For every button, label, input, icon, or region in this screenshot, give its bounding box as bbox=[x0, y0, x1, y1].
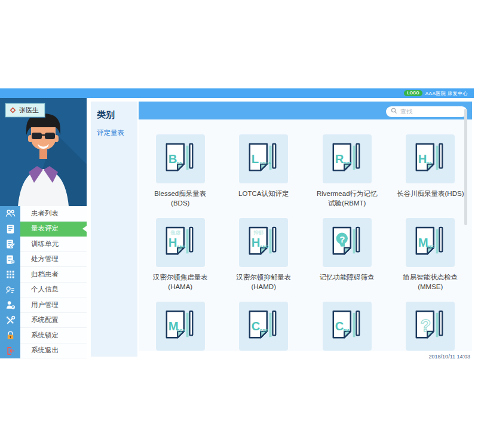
patient-list-icon bbox=[0, 206, 20, 222]
prescription-management-icon bbox=[0, 252, 20, 268]
search-input[interactable] bbox=[386, 106, 467, 117]
vertical-scrollbar[interactable] bbox=[464, 109, 467, 225]
scale-list-area: B DS B B Blessed痴呆量表 (BDS) bbox=[139, 119, 472, 351]
svg-text:C: C bbox=[335, 320, 344, 333]
svg-text:B: B bbox=[168, 152, 177, 165]
assessment-card[interactable]: R BMT R R Rivermead行为记忆 试验(RBMT) bbox=[305, 134, 389, 218]
card-title: 汉密尔顿抑郁量表 bbox=[236, 273, 291, 283]
content-header-band bbox=[139, 102, 472, 119]
svg-text:BMT: BMT bbox=[343, 161, 351, 165]
svg-text:DS: DS bbox=[427, 161, 432, 165]
archived-patients-icon bbox=[0, 267, 20, 283]
personal-info-icon bbox=[0, 283, 20, 298]
card-subtitle: (MMSE) bbox=[403, 283, 458, 292]
svg-text:焦虑: 焦虑 bbox=[170, 230, 180, 235]
sidebar-item-system-config[interactable]: 系统配置 bbox=[0, 313, 87, 329]
scale-document-icon: R BMT R R bbox=[323, 134, 372, 183]
search-box[interactable] bbox=[386, 105, 467, 116]
svg-text:?: ? bbox=[339, 234, 345, 244]
scale-document-icon: ? ? ? bbox=[406, 302, 455, 351]
sidebar-item-archived-patients[interactable]: 归档患者 bbox=[0, 267, 87, 283]
card-subtitle: (HAMD) bbox=[236, 283, 291, 292]
sidebar-item-system-lock[interactable]: 系统锁定 bbox=[0, 328, 87, 343]
svg-text:L: L bbox=[252, 152, 259, 165]
diamond-icon bbox=[10, 107, 16, 113]
active-item-arrow bbox=[82, 226, 87, 232]
svg-text:R: R bbox=[335, 152, 344, 165]
svg-text:H: H bbox=[252, 236, 261, 249]
svg-text:H: H bbox=[418, 152, 427, 165]
scale-document-icon: M MSE M M bbox=[406, 218, 455, 267]
assessment-card[interactable]: C PM C C bbox=[305, 302, 389, 351]
svg-text:AMA: AMA bbox=[176, 244, 185, 248]
assessment-card[interactable]: M OCA M M bbox=[139, 302, 222, 351]
doctor-portrait: 张医生 bbox=[0, 98, 87, 206]
main-content: B DS B B Blessed痴呆量表 (BDS) bbox=[139, 102, 472, 357]
category-title: 类别 bbox=[97, 109, 131, 121]
assessment-card[interactable]: 焦虑 H AMA H H 汉密尔顿焦虑量表 (HAMA) bbox=[139, 218, 222, 302]
svg-text:抑郁: 抑郁 bbox=[253, 230, 263, 235]
top-bar: LOGO AAA医院 康复中心 bbox=[0, 88, 474, 98]
scale-document-icon: C PM C C bbox=[323, 302, 372, 351]
sidebar-item-user-management[interactable]: 用户管理 bbox=[0, 297, 87, 313]
sidebar: 张医生 患者列表 量表 bbox=[0, 98, 87, 359]
svg-text:PM: PM bbox=[343, 328, 349, 332]
user-management-icon bbox=[0, 297, 20, 313]
hospital-name: AAA医院 康复中心 bbox=[425, 90, 468, 97]
card-subtitle: (BDS) bbox=[154, 199, 206, 208]
sidebar-item-system-exit[interactable]: 系统退出 bbox=[0, 343, 87, 359]
assessment-card[interactable]: M MSE M M 简易智能状态检查 (MMSE) bbox=[389, 218, 473, 302]
scale-document-icon: 焦虑 H AMA H H bbox=[156, 218, 205, 267]
assessment-card[interactable]: C CSE C C bbox=[222, 302, 306, 351]
category-item-assessment-scales[interactable]: 评定量表 bbox=[97, 128, 131, 137]
scale-document-icon: L OTCA L L bbox=[239, 134, 288, 183]
assessment-card[interactable]: L OTCA L L LOTCA认知评定 bbox=[222, 134, 306, 218]
svg-text:AMD: AMD bbox=[260, 244, 269, 248]
sidebar-item-prescription-management[interactable]: 处方管理 bbox=[0, 252, 87, 268]
card-title: 长谷川痴呆量表(HDS) bbox=[397, 189, 464, 199]
system-config-icon bbox=[0, 313, 20, 329]
scale-document-icon: M OCA M M bbox=[156, 302, 205, 351]
sidebar-item-scale-assessment[interactable]: 量表评定 bbox=[0, 222, 87, 237]
sidebar-item-patient-list[interactable]: 患者列表 bbox=[0, 206, 87, 222]
doctor-name-badge[interactable]: 张医生 bbox=[5, 103, 45, 117]
card-title: 记忆功能障碍筛查 bbox=[320, 273, 375, 283]
svg-text:OCA: OCA bbox=[176, 328, 185, 332]
card-title: 简易智能状态检查 bbox=[403, 273, 458, 283]
search-icon bbox=[391, 108, 397, 114]
hospital-logo: LOGO bbox=[404, 90, 422, 96]
datetime-stamp: 2018/10/11 14:03 bbox=[429, 354, 470, 360]
assessment-card[interactable]: ? ? ? bbox=[389, 302, 473, 351]
scale-document-icon: 抑郁 H AMD H H bbox=[239, 218, 288, 267]
assessment-card[interactable]: ? ? ? 记忆功能障碍筛查 bbox=[305, 218, 389, 302]
svg-text:MSE: MSE bbox=[427, 244, 435, 248]
scale-document-icon: C CSE C C bbox=[239, 302, 288, 351]
app-window: LOGO AAA医院 康复中心 bbox=[0, 88, 474, 360]
svg-text:CSE: CSE bbox=[260, 328, 268, 332]
assessment-card[interactable]: B DS B B Blessed痴呆量表 (BDS) bbox=[139, 134, 222, 218]
system-lock-icon bbox=[0, 328, 20, 343]
card-grid: B DS B B Blessed痴呆量表 (BDS) bbox=[139, 119, 472, 351]
card-title: 汉密尔顿焦虑量表 bbox=[153, 273, 208, 283]
svg-text:C: C bbox=[252, 320, 261, 333]
assessment-card[interactable]: H DS H H 长谷川痴呆量表(HDS) bbox=[389, 134, 473, 218]
card-title: LOTCA认知评定 bbox=[238, 189, 289, 199]
svg-text:DS: DS bbox=[176, 161, 182, 165]
card-title: Rivermead行为记忆 bbox=[317, 189, 378, 199]
scale-assessment-icon bbox=[0, 222, 20, 237]
svg-text:H: H bbox=[168, 236, 177, 249]
category-panel: 类别 评定量表 bbox=[91, 102, 137, 357]
svg-text:?: ? bbox=[421, 316, 431, 335]
card-subtitle: (HAMA) bbox=[153, 283, 208, 292]
svg-text:OTCA: OTCA bbox=[260, 161, 271, 165]
sidebar-item-training-unit[interactable]: 训练单元 bbox=[0, 237, 87, 252]
sidebar-item-personal-info[interactable]: 个人信息 bbox=[0, 283, 87, 298]
sidebar-menu: 患者列表 量表评定 bbox=[0, 206, 87, 358]
training-unit-icon bbox=[0, 237, 20, 252]
scale-document-icon: B DS B B bbox=[156, 134, 205, 183]
scale-document-icon: H DS H H bbox=[406, 134, 455, 183]
card-subtitle: 试验(RBMT) bbox=[317, 199, 378, 208]
doctor-name: 张医生 bbox=[19, 106, 39, 115]
card-title: Blessed痴呆量表 bbox=[154, 189, 206, 199]
assessment-card[interactable]: 抑郁 H AMD H H 汉密尔顿抑郁量表 (HAMD) bbox=[222, 218, 306, 302]
